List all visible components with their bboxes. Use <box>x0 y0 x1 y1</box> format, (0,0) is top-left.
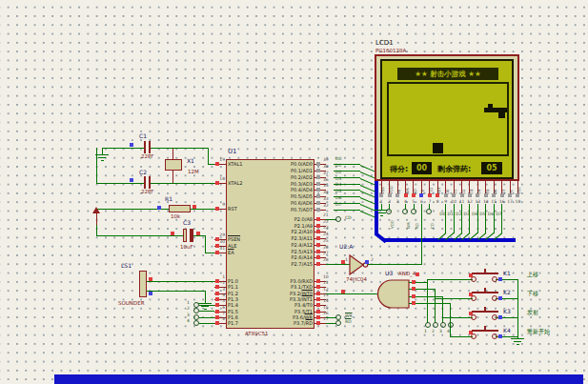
cd-terminal <box>335 216 341 222</box>
pnum-element: 14 <box>323 298 329 303</box>
w-element <box>96 235 183 236</box>
pname-element: P2.3/A11 <box>223 235 313 241</box>
ls1-sounder <box>139 271 147 297</box>
sq-element <box>316 217 320 221</box>
ground-icon <box>511 338 524 339</box>
u2a-pin1: 1 <box>345 257 348 262</box>
sq-element <box>316 243 320 247</box>
sq-element <box>316 285 320 289</box>
sq-element <box>130 178 133 182</box>
sq-element <box>419 193 423 197</box>
sq-element <box>412 287 416 291</box>
sq-element <box>316 194 320 198</box>
net-element: 4 <box>447 329 450 333</box>
pnum-element: 34 <box>323 190 329 194</box>
term-element <box>426 209 432 214</box>
sq-element <box>500 193 504 197</box>
sq-element <box>316 175 320 179</box>
sq-element <box>444 193 448 197</box>
sq-element <box>316 315 320 319</box>
sq-element <box>316 310 320 313</box>
sq-element <box>149 292 152 295</box>
x1-value: 12M <box>188 169 199 174</box>
pname-element: P0.0/AD0 <box>223 161 313 167</box>
sq-element <box>316 224 320 228</box>
rd-terminal-label: RD <box>345 319 352 324</box>
term-element <box>492 295 497 301</box>
span: P3.1/TXD <box>291 284 313 290</box>
w-element <box>450 303 451 336</box>
net-element: D3 <box>463 212 469 216</box>
w-element <box>208 148 209 164</box>
sq-element <box>395 193 399 197</box>
w-element <box>149 141 151 153</box>
w-element <box>368 264 421 265</box>
pnum-element: 18 <box>514 199 522 204</box>
pname-element: P2.1/A9 <box>223 223 313 229</box>
sq-element <box>316 208 320 212</box>
pnum-element: 35 <box>323 183 329 188</box>
w-element <box>454 204 455 233</box>
sq-element <box>316 303 320 307</box>
sq-element <box>215 251 219 254</box>
net-element: 3 <box>439 329 442 333</box>
ol-element: INT0 <box>302 291 313 296</box>
ref-element: K4 <box>503 327 511 333</box>
polygon <box>350 255 363 274</box>
span: P3.6/ <box>293 314 305 320</box>
w-element <box>205 253 214 253</box>
pname-element: P3.1/TXD <box>223 284 313 290</box>
sq-element <box>193 205 196 209</box>
sq-element <box>316 182 320 186</box>
w-element <box>131 289 138 292</box>
pnum-element: 37 <box>323 171 329 175</box>
span: P3.3/ <box>290 296 302 302</box>
lcd-play-area <box>387 82 509 156</box>
x1-ref: X1 <box>187 157 194 164</box>
term-element <box>440 322 446 328</box>
w-element <box>484 269 486 273</box>
sq-element <box>316 162 320 166</box>
w-element <box>208 164 214 165</box>
score-label: 得分: <box>390 164 408 174</box>
pname-element: P2.5/A13 <box>223 249 313 254</box>
vl-element: CD <box>430 223 435 229</box>
w-element <box>149 176 151 189</box>
ls1-value: SOUNDER <box>118 300 145 306</box>
u3-part: AND_4 <box>398 271 416 276</box>
lcd-part: PG160128A <box>375 48 406 53</box>
pnum-element: 10 <box>323 274 329 279</box>
ref-element: K3 <box>503 308 511 314</box>
ol-element: INT1 <box>302 296 313 302</box>
sq-element <box>215 181 219 185</box>
c1-value: 22PF <box>141 153 153 159</box>
net-element: D5 <box>479 212 485 216</box>
sq-element <box>341 290 345 293</box>
w-element <box>199 311 214 312</box>
sq-element <box>460 193 464 197</box>
net-element: D6 <box>488 212 494 216</box>
net-element: D4 <box>335 182 341 187</box>
c3-capacitor <box>183 229 187 242</box>
pnum-element: 28 <box>323 257 329 262</box>
net-element: D4 <box>472 212 477 216</box>
w-element <box>147 281 214 282</box>
sq-element <box>498 334 502 338</box>
lcd-ref: LCD1 <box>375 39 394 47</box>
term-element <box>386 209 392 214</box>
link-terminal <box>425 322 431 328</box>
net-element: 2 <box>187 306 190 311</box>
pname-element: P0.4/AD4 <box>223 187 313 192</box>
sq-element <box>130 143 133 147</box>
pnum-element: 16 <box>323 311 329 315</box>
pnum-element: 27 <box>323 251 329 255</box>
w-element <box>450 336 473 337</box>
ls1-ref: LS1 <box>121 262 132 269</box>
w-element <box>199 305 214 306</box>
w-element <box>150 183 214 184</box>
net-element: D1 <box>448 212 454 216</box>
sq-element <box>171 232 174 235</box>
ol-element: WR <box>305 314 313 320</box>
sq-element <box>215 321 219 325</box>
sq-element <box>416 273 419 276</box>
